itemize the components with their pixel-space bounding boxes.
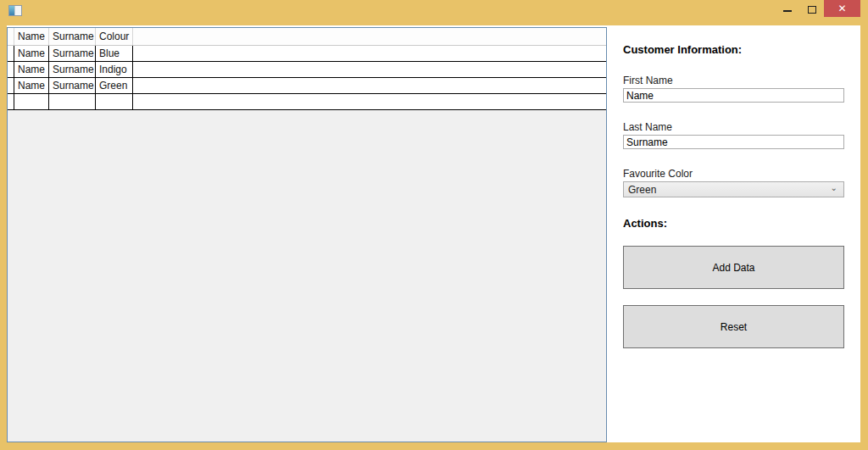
favourite-color-value: Green <box>628 184 656 196</box>
row-header[interactable] <box>8 46 14 61</box>
row-header[interactable] <box>8 94 14 109</box>
cell-surname[interactable]: Surname <box>49 46 96 61</box>
grid-column-header-surname[interactable]: Surname <box>49 28 96 45</box>
new-item-placeholder-row[interactable] <box>8 94 606 110</box>
add-data-button[interactable]: Add Data <box>623 246 844 289</box>
last-name-field[interactable] <box>623 135 844 149</box>
cell-surname[interactable]: Surname <box>49 62 96 77</box>
first-name-label: First Name <box>623 75 844 86</box>
reset-button[interactable]: Reset <box>623 305 844 348</box>
table-row[interactable]: Name Surname Indigo <box>8 62 606 78</box>
cell-name[interactable]: Name <box>14 78 49 93</box>
cell-name[interactable]: Name <box>14 62 49 77</box>
last-name-label: Last Name <box>623 121 844 133</box>
row-filler <box>133 94 606 109</box>
favourite-color-select[interactable]: Green ⌄ <box>623 181 844 197</box>
window-content: Name Surname Colour Name Surname Blue Na… <box>7 25 860 442</box>
window-controls: ✕ <box>775 0 860 18</box>
cell-colour[interactable]: Green <box>96 78 133 93</box>
close-icon: ✕ <box>837 3 846 14</box>
row-filler <box>133 78 606 93</box>
cell-colour[interactable]: Indigo <box>96 62 133 77</box>
customer-data-grid: Name Surname Colour Name Surname Blue Na… <box>7 27 607 442</box>
chevron-down-icon: ⌄ <box>831 184 837 192</box>
app-window: ✕ Name Surname Colour Name Surname Blue <box>0 0 868 450</box>
grid-empty-area <box>8 110 606 442</box>
first-name-field[interactable] <box>623 88 844 103</box>
row-filler <box>133 46 606 61</box>
favourite-color-label: Favourite Color <box>623 168 844 180</box>
app-icon-right-pane <box>15 6 21 15</box>
app-icon <box>8 5 22 16</box>
grid-select-all-stub[interactable] <box>8 28 14 45</box>
customer-information-heading: Customer Information: <box>623 43 844 56</box>
maximize-icon <box>808 6 816 14</box>
table-row[interactable]: Name Surname Green <box>8 78 606 94</box>
app-icon-left-pane <box>9 6 15 15</box>
customer-form-panel: Customer Information: First Name Last Na… <box>607 25 860 442</box>
grid-column-header-name[interactable]: Name <box>14 28 49 45</box>
grid-column-header-colour[interactable]: Colour <box>96 28 133 45</box>
table-row[interactable]: Name Surname Blue <box>8 46 606 62</box>
maximize-button[interactable] <box>799 0 824 18</box>
row-filler <box>133 62 606 77</box>
grid-header-filler <box>133 28 606 45</box>
row-header[interactable] <box>8 62 14 77</box>
close-button[interactable]: ✕ <box>824 0 860 17</box>
cell-surname[interactable]: Surname <box>49 78 96 93</box>
cell-surname-empty[interactable] <box>49 94 96 109</box>
minimize-button[interactable] <box>775 0 799 18</box>
grid-header-row: Name Surname Colour <box>8 28 606 46</box>
actions-heading: Actions: <box>623 217 844 230</box>
minimize-icon <box>783 10 792 12</box>
title-bar[interactable]: ✕ <box>0 0 868 25</box>
cell-colour-empty[interactable] <box>96 94 133 109</box>
row-header[interactable] <box>8 78 14 93</box>
cell-colour[interactable]: Blue <box>96 46 133 61</box>
cell-name[interactable]: Name <box>14 46 49 61</box>
cell-name-empty[interactable] <box>14 94 49 109</box>
